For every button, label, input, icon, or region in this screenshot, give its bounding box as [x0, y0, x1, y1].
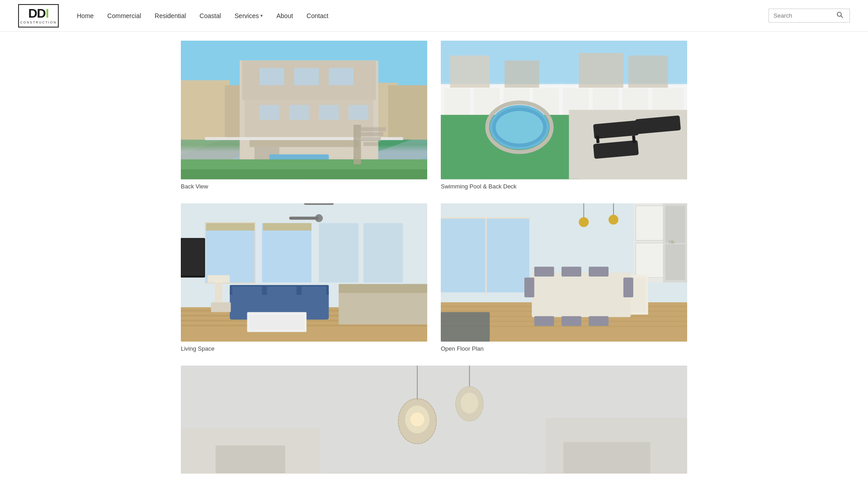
svg-rect-28	[361, 137, 381, 141]
svg-rect-74	[205, 222, 206, 283]
svg-point-109	[609, 215, 618, 225]
svg-rect-92	[211, 302, 231, 312]
svg-rect-56	[505, 61, 539, 88]
main-content: Back View	[163, 32, 705, 488]
svg-rect-85	[302, 286, 326, 296]
svg-rect-27	[359, 132, 383, 136]
svg-rect-26	[356, 127, 386, 131]
svg-rect-29	[363, 142, 378, 146]
svg-rect-68	[304, 203, 334, 205]
svg-rect-58	[628, 56, 668, 88]
svg-rect-124	[589, 316, 609, 326]
gallery-image-pool	[441, 41, 687, 179]
nav-home[interactable]: Home	[77, 12, 94, 19]
nav-commercial[interactable]: Commercial	[107, 12, 141, 19]
nav-services-link[interactable]: Services	[235, 12, 259, 19]
gallery-item-back-view: Back View	[181, 41, 427, 190]
svg-rect-126	[623, 277, 633, 297]
img-svg-pendant	[181, 366, 687, 473]
svg-rect-125	[524, 277, 534, 297]
img-svg-back-view	[181, 41, 427, 179]
svg-rect-80	[181, 239, 204, 275]
header-left: DDI CONSTRUCTION Home Commercial Residen…	[18, 4, 328, 28]
chevron-down-icon: ▾	[260, 13, 263, 18]
svg-rect-142	[563, 442, 650, 473]
svg-rect-12	[294, 68, 319, 85]
svg-point-134	[410, 413, 425, 427]
svg-rect-87	[250, 314, 304, 329]
svg-rect-17	[349, 105, 368, 120]
svg-rect-13	[329, 68, 354, 85]
gallery-image-back-view	[181, 41, 427, 179]
nav-residential[interactable]: Residential	[155, 12, 186, 19]
gallery-caption-floor-plan: Open Floor Plan	[441, 345, 687, 352]
search-button[interactable]	[837, 12, 843, 19]
gallery-caption-living: Living Space	[181, 345, 427, 352]
search-input[interactable]	[774, 12, 837, 19]
svg-rect-119	[534, 267, 554, 277]
svg-rect-91	[208, 275, 230, 282]
svg-rect-67	[289, 216, 319, 220]
img-wrapper-floor-plan: ❧	[441, 203, 687, 342]
svg-rect-103	[486, 219, 529, 291]
svg-rect-16	[319, 105, 339, 120]
img-svg-floor-plan: ❧	[441, 203, 687, 342]
search-icon	[837, 12, 843, 18]
search-box[interactable]	[769, 9, 850, 23]
nav-about[interactable]: About	[276, 12, 293, 19]
svg-rect-121	[589, 267, 609, 277]
gallery-image-pendant	[181, 366, 687, 473]
svg-rect-115	[665, 244, 685, 280]
svg-rect-123	[561, 316, 581, 326]
svg-rect-7	[388, 85, 427, 140]
svg-text:❧: ❧	[668, 236, 676, 248]
gallery-row-1: Back View	[181, 41, 687, 190]
img-svg-pool	[441, 41, 687, 179]
svg-rect-83	[232, 286, 262, 296]
logo-subtitle: CONSTRUCTION	[20, 21, 57, 24]
svg-rect-75	[255, 222, 255, 283]
svg-rect-90	[215, 280, 222, 305]
img-wrapper-back-view	[181, 41, 427, 179]
svg-rect-69	[205, 223, 255, 282]
svg-rect-73	[205, 222, 256, 223]
svg-line-1	[841, 16, 843, 18]
svg-rect-4	[181, 80, 230, 140]
svg-rect-71	[319, 223, 359, 282]
svg-rect-70	[262, 223, 311, 282]
svg-rect-128	[441, 312, 490, 342]
svg-rect-77	[206, 223, 255, 230]
svg-rect-11	[259, 68, 284, 85]
img-svg-living	[181, 203, 427, 342]
gallery-item-pool: Swimming Pool & Back Deck	[441, 41, 687, 190]
svg-rect-118	[532, 272, 631, 317]
img-wrapper-pendant	[181, 366, 687, 473]
svg-point-107	[579, 217, 589, 227]
svg-rect-15	[289, 105, 309, 120]
logo-text: DDI	[28, 7, 48, 20]
logo-box: DDI CONSTRUCTION	[18, 4, 59, 28]
nav-services-dropdown[interactable]: Services ▾	[235, 12, 263, 19]
svg-rect-89	[339, 284, 427, 293]
nav-contact[interactable]: Contact	[307, 12, 328, 19]
svg-rect-122	[534, 316, 554, 326]
nav-coastal[interactable]: Coastal	[199, 12, 221, 19]
gallery-row-2: Living Space	[181, 203, 687, 352]
logo-area[interactable]: DDI CONSTRUCTION	[18, 4, 59, 28]
svg-rect-104	[485, 218, 486, 293]
svg-rect-18	[250, 140, 359, 147]
main-nav: Home Commercial Residential Coastal Serv…	[77, 12, 328, 19]
svg-rect-141	[216, 446, 285, 474]
gallery-item-living: Living Space	[181, 203, 427, 352]
svg-rect-78	[263, 223, 311, 230]
svg-rect-102	[443, 219, 485, 291]
gallery-row-full	[181, 366, 687, 473]
gallery-item-floor-plan: ❧ Open Floor Plan	[441, 203, 687, 352]
svg-rect-24	[181, 169, 427, 179]
svg-rect-84	[267, 286, 297, 296]
site-header: DDI CONSTRUCTION Home Commercial Residen…	[0, 0, 868, 32]
svg-rect-14	[259, 105, 279, 120]
gallery-item-pendant	[181, 366, 687, 473]
svg-rect-88	[339, 290, 427, 324]
img-wrapper-pool	[441, 41, 687, 179]
